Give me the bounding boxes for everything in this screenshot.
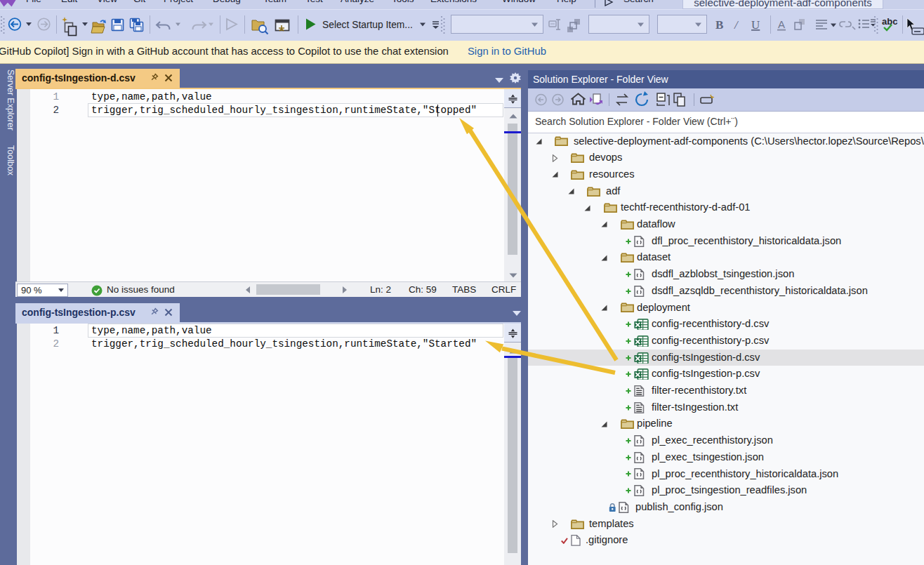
- svg-text:U: U: [751, 18, 760, 32]
- svg-text:A: A: [778, 18, 785, 30]
- svg-text:abc: abc: [882, 16, 897, 27]
- svg-text:B: B: [715, 18, 723, 32]
- svg-text:/: /: [734, 18, 739, 32]
- svg-text:Select Startup Item...: Select Startup Item...: [322, 20, 413, 30]
